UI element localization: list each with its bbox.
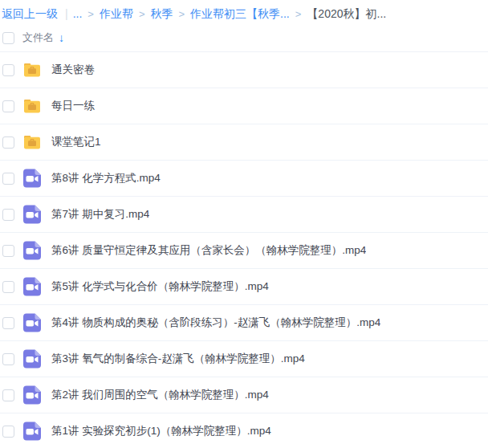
table-row[interactable]: 通关密卷 [0, 52, 488, 88]
file-list: 通关密卷 每日一练 [0, 51, 488, 448]
table-row[interactable]: 第6讲 质量守恒定律及其应用（含家长会）（翰林学院整理）.mp4 [0, 233, 488, 269]
breadcrumb-item[interactable]: 作业帮 [100, 7, 133, 20]
select-all-checkbox[interactable] [2, 32, 14, 44]
breadcrumb-separator: > [139, 8, 145, 20]
table-row[interactable]: 第4讲 物质构成的奥秘（含阶段练习）-赵潇飞（翰林学院整理）.mp4 [0, 305, 488, 341]
breadcrumb-separator: > [179, 8, 185, 20]
file-name[interactable]: 通关密卷 [51, 63, 95, 77]
video-file-icon [22, 276, 43, 297]
table-row[interactable]: 每日一练 [0, 88, 488, 124]
file-name[interactable]: 第3讲 氧气的制备综合-赵潇飞（翰林学院整理）.mp4 [51, 352, 305, 366]
sort-desc-icon[interactable]: ↓ [59, 31, 64, 44]
video-file-icon [22, 348, 43, 369]
table-row[interactable]: 第5讲 化学式与化合价（翰林学院整理）.mp4 [0, 269, 488, 305]
table-row[interactable]: 第8讲 化学方程式.mp4 [0, 161, 488, 197]
filename-column-header[interactable]: 文件名 [22, 31, 54, 45]
row-checkbox[interactable] [2, 353, 14, 365]
list-header: 文件名 ↓ [0, 24, 488, 51]
table-row[interactable]: 第1讲 实验探究初步(1)（翰林学院整理）.mp4 [0, 413, 488, 448]
video-file-icon [22, 312, 43, 333]
row-checkbox[interactable] [2, 100, 14, 112]
table-row[interactable]: 第7讲 期中复习.mp4 [0, 197, 488, 233]
file-name[interactable]: 第5讲 化学式与化合价（翰林学院整理）.mp4 [51, 279, 269, 294]
breadcrumb-items: ...>作业帮>秋季>作业帮初三【秋季...>【2020秋】初... [73, 7, 387, 20]
breadcrumb: 返回上一级|...>作业帮>秋季>作业帮初三【秋季...>【2020秋】初... [0, 0, 488, 24]
file-name[interactable]: 第4讲 物质构成的奥秘（含阶段练习）-赵潇飞（翰林学院整理）.mp4 [51, 316, 380, 330]
breadcrumb-separator: > [87, 8, 94, 20]
row-checkbox[interactable] [2, 136, 14, 149]
row-checkbox[interactable] [2, 209, 14, 221]
video-file-icon [22, 204, 43, 225]
video-file-icon [22, 168, 43, 189]
row-checkbox[interactable] [2, 64, 14, 76]
video-file-icon [22, 240, 43, 261]
row-checkbox[interactable] [2, 281, 14, 293]
file-name[interactable]: 每日一练 [51, 99, 95, 113]
file-name[interactable]: 第1讲 实验探究初步(1)（翰林学院整理）.mp4 [51, 424, 271, 438]
breadcrumb-current: 【2020秋】初... [307, 7, 386, 20]
back-link[interactable]: 返回上一级 [2, 7, 58, 20]
row-checkbox[interactable] [2, 389, 14, 401]
video-file-icon [22, 421, 43, 442]
table-row[interactable]: 第3讲 氧气的制备综合-赵潇飞（翰林学院整理）.mp4 [0, 341, 488, 377]
file-name[interactable]: 第8讲 化学方程式.mp4 [51, 171, 161, 185]
row-checkbox[interactable] [2, 317, 14, 329]
video-file-icon [22, 385, 43, 405]
folder-icon [22, 59, 43, 80]
folder-icon [22, 132, 43, 153]
row-checkbox[interactable] [2, 245, 14, 257]
table-row[interactable]: 课堂笔记1 [0, 124, 488, 161]
row-checkbox[interactable] [2, 173, 14, 185]
breadcrumb-pipe: | [65, 7, 68, 20]
row-checkbox[interactable] [2, 426, 14, 438]
breadcrumb-item[interactable]: 作业帮初三【秋季... [190, 7, 290, 20]
breadcrumb-item[interactable]: ... [73, 7, 83, 20]
file-name[interactable]: 第7讲 期中复习.mp4 [51, 207, 149, 222]
file-browser: { "breadcrumb": { "back_label": "返回上一级",… [0, 0, 488, 448]
file-name[interactable]: 第6讲 质量守恒定律及其应用（含家长会）（翰林学院整理）.mp4 [51, 243, 366, 258]
breadcrumb-item[interactable]: 秋季 [151, 7, 173, 20]
folder-icon [22, 96, 43, 116]
table-row[interactable]: 第2讲 我们周围的空气（翰林学院整理）.mp4 [0, 377, 488, 413]
breadcrumb-separator: > [295, 8, 302, 20]
file-name[interactable]: 课堂笔记1 [51, 135, 101, 149]
file-name[interactable]: 第2讲 我们周围的空气（翰林学院整理）.mp4 [51, 388, 269, 402]
